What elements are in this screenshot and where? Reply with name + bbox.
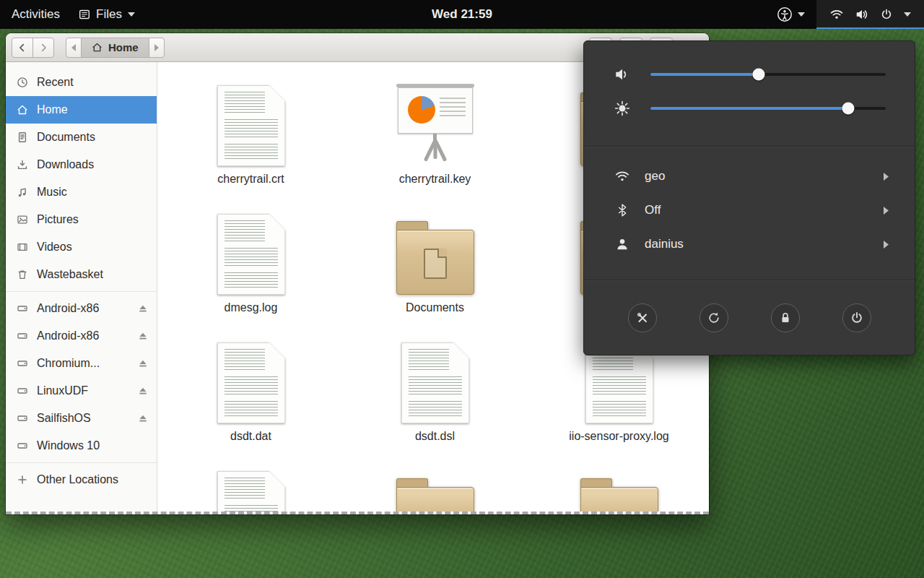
- chevron-down-icon: [904, 12, 911, 17]
- eject-button[interactable]: [138, 358, 148, 368]
- path-scroll-right-button[interactable]: [149, 38, 165, 58]
- submenu-arrow-icon: [884, 173, 889, 181]
- wifi-menu-item[interactable]: geo: [613, 163, 889, 190]
- user-name: dainius: [645, 237, 684, 251]
- sidebar-item-music[interactable]: Music: [6, 178, 157, 206]
- sidebar-item-recent[interactable]: Recent: [6, 69, 157, 96]
- lock-screen-button[interactable]: [771, 303, 800, 332]
- bluetooth-status: Off: [645, 203, 661, 217]
- wifi-icon: [613, 168, 632, 184]
- eject-button[interactable]: [138, 331, 148, 341]
- user-menu-item[interactable]: dainius: [613, 230, 889, 258]
- file-item-documents-folder[interactable]: Documents: [343, 204, 527, 332]
- power-off-button[interactable]: [842, 303, 871, 332]
- sidebar-item-home[interactable]: Home: [6, 96, 157, 124]
- clock[interactable]: Wed 21:59: [432, 7, 492, 22]
- settings-icon: [635, 311, 650, 325]
- user-icon: [613, 237, 632, 251]
- text-file-icon: [217, 214, 285, 295]
- brightness-icon: [613, 100, 632, 117]
- places-sidebar: Recent Home Documents: [6, 62, 157, 512]
- forward-button[interactable]: [32, 38, 54, 58]
- file-name: dsdt.dat: [230, 430, 271, 443]
- drive-icon: [17, 440, 28, 452]
- file-item-folder[interactable]: [343, 461, 527, 512]
- sidebar-separator: [6, 462, 157, 463]
- file-name: dmesg.log: [225, 301, 278, 314]
- rotate-arrows-icon: [707, 311, 721, 325]
- plus-icon: [17, 474, 28, 486]
- chevron-down-icon: [798, 12, 805, 17]
- music-icon: [17, 186, 28, 198]
- files-app-icon: [79, 9, 90, 20]
- power-icon: [880, 8, 893, 21]
- sidebar-device-chromium[interactable]: Chromium...: [6, 350, 157, 377]
- submenu-arrow-icon: [884, 207, 889, 215]
- folder-documents-icon: [396, 221, 474, 295]
- path-button-home[interactable]: Home: [81, 38, 149, 58]
- sidebar-device-windows-10[interactable]: Windows 10: [6, 432, 157, 460]
- sidebar-device-linuxudf[interactable]: LinuxUDF: [6, 377, 157, 405]
- file-name: cherrytrail.crt: [217, 173, 284, 186]
- settings-button[interactable]: [628, 303, 657, 332]
- drive-icon: [17, 303, 28, 314]
- videos-icon: [17, 241, 28, 253]
- sidebar-device-android-x86-2[interactable]: Android-x86: [6, 322, 157, 350]
- wifi-icon: [829, 7, 844, 22]
- system-status-menu-button[interactable]: [816, 0, 924, 29]
- file-item-dsdt-dsl[interactable]: dsdt.dsl: [343, 332, 527, 461]
- bluetooth-icon: [613, 203, 632, 217]
- bluetooth-menu-item[interactable]: Off: [613, 197, 889, 224]
- file-item-dsdt-dat[interactable]: dsdt.dat: [159, 332, 343, 461]
- sidebar-item-pictures[interactable]: Pictures: [6, 206, 157, 233]
- sidebar-device-android-x86-1[interactable]: Android-x86: [6, 295, 157, 322]
- app-menu-files[interactable]: Files: [79, 0, 135, 29]
- presentation-file-icon: [398, 84, 473, 166]
- eject-button[interactable]: [138, 413, 148, 423]
- accessibility-menu-button[interactable]: [765, 0, 816, 29]
- volume-icon: [613, 66, 632, 83]
- home-icon: [17, 104, 28, 116]
- eject-button[interactable]: [138, 303, 148, 314]
- activities-button[interactable]: Activities: [12, 0, 60, 29]
- pictures-icon: [17, 214, 28, 225]
- folder-icon: [396, 478, 474, 512]
- file-item-cherrytrail-crt[interactable]: cherrytrail.crt: [159, 75, 343, 204]
- sidebar-item-videos[interactable]: Videos: [6, 233, 157, 261]
- text-file-icon: [401, 342, 469, 423]
- file-name: cherrytrail.key: [399, 173, 471, 186]
- menu-separator: [584, 280, 915, 280]
- sidebar-item-wastebasket[interactable]: Wastebasket: [6, 261, 157, 288]
- desktop-wallpaper: Activities Files Wed 21:59: [0, 0, 924, 578]
- file-item-folder[interactable]: [527, 461, 709, 512]
- lock-icon: [778, 311, 793, 325]
- sidebar-separator: [6, 291, 157, 292]
- eject-button[interactable]: [138, 386, 148, 396]
- recent-icon: [17, 77, 28, 88]
- slider-knob[interactable]: [752, 69, 764, 81]
- accessibility-icon: [777, 7, 793, 22]
- file-item-dmesg-log[interactable]: dmesg.log: [159, 204, 343, 332]
- file-item-cherrytrail-key[interactable]: cherrytrail.key: [343, 75, 527, 204]
- volume-slider[interactable]: [650, 73, 886, 76]
- submenu-arrow-icon: [884, 241, 889, 249]
- back-button[interactable]: [12, 38, 33, 58]
- pie-chart-glyph: [408, 96, 435, 124]
- brightness-slider[interactable]: [650, 107, 886, 110]
- file-name: dsdt.dsl: [415, 430, 455, 443]
- slider-knob[interactable]: [842, 103, 854, 115]
- sidebar-item-other-locations[interactable]: Other Locations: [6, 466, 157, 493]
- system-status-menu: geo Off dainius: [583, 40, 915, 355]
- rotation-lock-button[interactable]: [699, 303, 728, 332]
- sidebar-item-downloads[interactable]: Downloads: [6, 151, 157, 178]
- trash-icon: [17, 269, 28, 280]
- file-item-text[interactable]: [159, 461, 343, 512]
- wifi-network-name: geo: [645, 169, 665, 184]
- drive-icon: [17, 330, 28, 342]
- text-file-icon: [217, 85, 285, 166]
- document-icon: [17, 131, 28, 143]
- slider-fill: [650, 73, 759, 76]
- path-scroll-left-button[interactable]: [66, 38, 82, 58]
- sidebar-device-sailfishos[interactable]: SailfishOS: [6, 405, 157, 432]
- sidebar-item-documents[interactable]: Documents: [6, 124, 157, 151]
